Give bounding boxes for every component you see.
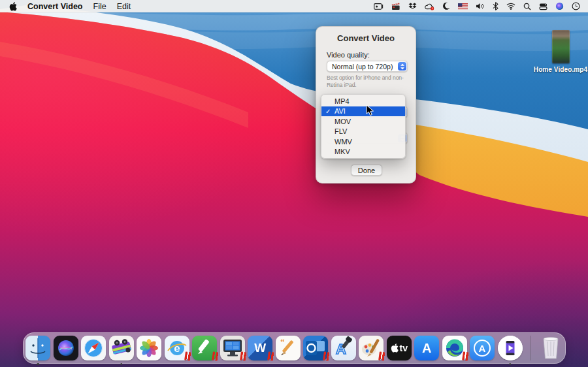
photos-face <box>137 336 161 360</box>
xcode-face: A <box>331 336 356 360</box>
safari-face <box>81 336 106 360</box>
dock-siri-icon[interactable] <box>54 336 78 360</box>
dock: e W “ <box>23 332 566 364</box>
dock-separator <box>530 336 531 360</box>
menu-file[interactable]: File <box>93 2 106 11</box>
toolbox-drives-icon[interactable] <box>539 1 547 12</box>
video-quality-caption: Best option for iPhone and non-Retina iP… <box>327 74 404 88</box>
format-dropdown-menu: MP4 ✓ AVI MOV FLV WMV MKV <box>321 94 406 159</box>
app-store-alt-face: A <box>470 336 495 360</box>
word-glyph: W <box>254 341 266 355</box>
siri-orb-icon[interactable] <box>555 1 564 12</box>
format-option-label: MKV <box>335 148 350 155</box>
finder-face <box>25 336 50 360</box>
parallels-badge <box>267 351 274 360</box>
dock-internet-explorer-icon[interactable]: e <box>165 336 189 360</box>
parallels-badge <box>323 351 330 360</box>
dock-evernote-icon[interactable] <box>192 336 217 360</box>
apple-logo-icon[interactable] <box>9 1 17 12</box>
running-indicator <box>120 363 123 366</box>
dock-pages-icon[interactable]: “ <box>276 336 301 360</box>
dock-trash-icon[interactable] <box>538 336 563 360</box>
cloud-sync-alert-icon[interactable] <box>425 1 434 12</box>
parallels-badge <box>378 351 385 360</box>
mouse-cursor <box>366 104 374 120</box>
dock-video-converter-icon[interactable] <box>109 336 134 360</box>
format-option-label: AVI <box>335 107 346 115</box>
dock-convert-video-app-icon[interactable] <box>498 336 523 360</box>
dock-outlook-icon[interactable] <box>303 336 328 360</box>
convert-video-app-face <box>498 336 523 360</box>
wallpaper <box>0 0 588 367</box>
dock-xcode-icon[interactable]: A <box>331 336 356 360</box>
dock-edge-icon[interactable] <box>442 336 467 360</box>
video-quality-value: Normal (up to 720p) <box>327 63 398 71</box>
do-not-disturb-moon-icon[interactable] <box>442 1 450 12</box>
apple-tv-face: tv <box>387 336 412 360</box>
wifi-icon[interactable] <box>506 1 515 12</box>
bluetooth-icon[interactable] <box>493 1 498 12</box>
apple-tv-glyph: tv <box>400 343 408 353</box>
clock-icon[interactable] <box>572 1 580 12</box>
app-store-glyph: A <box>422 341 431 356</box>
video-clapper-app-icon[interactable] <box>391 1 400 12</box>
parallels-badge <box>184 351 191 360</box>
active-app-name[interactable]: Convert Video <box>27 2 83 11</box>
parallels-badge <box>212 351 219 360</box>
format-option-wmv[interactable]: WMV <box>321 136 405 147</box>
siri-face <box>54 336 78 360</box>
dropbox-icon[interactable] <box>408 1 417 12</box>
dock-photos-icon[interactable] <box>137 336 161 360</box>
video-quality-popup[interactable]: Normal (up to 720p) <box>327 61 408 72</box>
dock-safari-icon[interactable] <box>81 336 106 360</box>
parallels-badge <box>462 351 469 360</box>
format-option-flv[interactable]: FLV <box>321 127 405 137</box>
dock-finder-icon[interactable] <box>25 336 50 360</box>
menu-bar-status-area <box>374 1 588 12</box>
dock-parallels-desktop-icon[interactable] <box>220 336 245 360</box>
desktop-file-home-video[interactable]: Home Video.mp4 <box>531 30 588 73</box>
format-option-mkv[interactable]: MKV <box>321 147 405 157</box>
desktop-file-name: Home Video.mp4 <box>531 66 588 73</box>
dock-apple-tv-icon[interactable]: tv <box>387 336 412 360</box>
popup-stepper-icon <box>398 62 406 71</box>
input-source-us-flag-icon[interactable] <box>458 1 468 12</box>
selected-checkmark-icon: ✓ <box>325 108 333 115</box>
dock-word-icon[interactable]: W <box>248 336 272 360</box>
done-button[interactable]: Done <box>351 165 382 176</box>
format-option-mov[interactable]: MOV <box>321 116 405 127</box>
screen-mirroring-icon[interactable] <box>374 1 384 12</box>
desktop-screen: Convert Video File Edit <box>0 0 588 367</box>
spotlight-search-icon[interactable] <box>523 1 531 12</box>
format-option-avi[interactable]: ✓ AVI <box>321 106 405 117</box>
running-indicator <box>509 363 512 366</box>
format-option-label: MOV <box>335 118 351 125</box>
format-option-mp4[interactable]: MP4 <box>321 96 405 106</box>
volume-icon[interactable] <box>476 1 485 12</box>
format-option-label: FLV <box>335 127 347 135</box>
pages-face: “ <box>276 336 301 360</box>
menu-edit[interactable]: Edit <box>117 2 131 11</box>
dock-app-store-alt-icon[interactable]: A <box>470 336 495 360</box>
dock-paint-icon[interactable] <box>359 336 384 360</box>
menu-bar: Convert Video File Edit <box>0 0 588 12</box>
menu-bar-left: Convert Video File Edit <box>0 1 131 12</box>
svg-text:“: “ <box>280 337 285 347</box>
format-option-label: MP4 <box>335 97 350 105</box>
running-indicator <box>37 363 40 366</box>
video-quality-label: Video quality: <box>327 51 370 59</box>
dock-app-store-icon[interactable]: A <box>414 336 439 360</box>
dialog-title: Convert Video <box>316 33 416 43</box>
svg-text:A: A <box>479 343 486 354</box>
parallels-badge <box>240 351 247 360</box>
video-converter-face <box>109 336 134 360</box>
video-thumbnail[interactable] <box>552 30 570 63</box>
format-option-label: WMV <box>335 138 352 146</box>
trash-face <box>538 336 563 360</box>
app-store-face: A <box>414 336 439 360</box>
